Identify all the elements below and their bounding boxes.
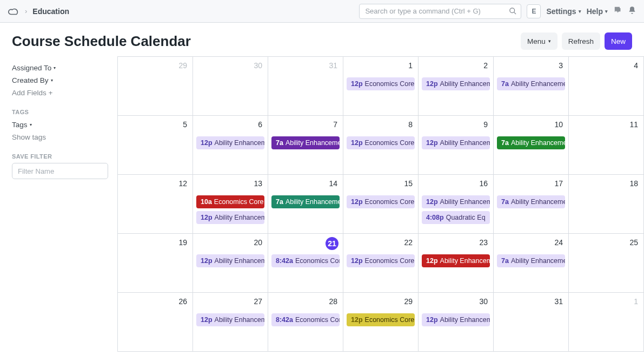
calendar-cell[interactable]: 1310aEconomics Core12pAbility Enhancemen… — [193, 175, 268, 234]
calendar-cell[interactable]: 18 — [569, 175, 644, 234]
calendar-event[interactable]: 10aEconomics Core — [196, 195, 264, 208]
search-icon[interactable] — [509, 7, 517, 17]
filter-name-input[interactable] — [12, 163, 108, 179]
calendar-cell[interactable]: 177aAbility Enhancement — [494, 175, 569, 234]
event-title: Ability Enhancement — [286, 195, 340, 208]
event-time: 12p — [426, 77, 438, 90]
calendar-event[interactable]: 7aAbility Enhancement — [497, 254, 565, 267]
calendar-event[interactable]: 12pAbility Enhancement — [422, 136, 490, 149]
event-list: 12pEconomics Core — [347, 195, 415, 208]
calendar-cell[interactable]: 26 — [118, 293, 193, 352]
event-list: 12pEconomics Core — [347, 77, 415, 90]
event-list: 12pEconomics Core — [347, 313, 415, 326]
calendar-event[interactable]: 12pAbility Enhancement — [422, 254, 490, 267]
calendar-event[interactable]: 12pEconomics Core — [347, 136, 415, 149]
calendar-event[interactable]: 12pEconomics Core — [347, 77, 415, 90]
calendar-cell[interactable]: 2012pAbility Enhancement — [193, 234, 268, 293]
calendar-cell[interactable]: 112pEconomics Core — [343, 57, 419, 116]
calendar-cell[interactable]: 2212pEconomics Core — [343, 234, 419, 293]
calendar-event[interactable]: 12pAbility Enhancement — [422, 313, 490, 326]
calendar-event[interactable]: 12pAbility Enhancement — [196, 211, 264, 224]
calendar-event[interactable]: 7aAbility Enhancement — [497, 136, 565, 149]
filter-assigned-to[interactable]: Assigned To▾ — [12, 62, 105, 74]
calendar-event[interactable]: 8:42aEconomics Core — [271, 254, 340, 267]
help-menu[interactable]: Help▾ — [587, 7, 608, 16]
calendar-event[interactable]: 7aAbility Enhancement — [271, 195, 340, 208]
calendar-cell[interactable]: 31 — [268, 57, 343, 116]
event-time: 12p — [426, 195, 438, 208]
calendar-cell[interactable]: 107aAbility Enhancement — [494, 116, 569, 175]
calendar-cell[interactable]: 1 — [569, 293, 644, 352]
filter-created-by[interactable]: Created By▾ — [12, 74, 105, 87]
calendar-cell[interactable]: 912pAbility Enhancement — [419, 116, 494, 175]
calendar-cell[interactable]: 12 — [118, 175, 193, 234]
filter-tags[interactable]: Tags▾ — [12, 119, 105, 131]
add-fields[interactable]: Add Fields+ — [12, 87, 105, 99]
calendar-cell[interactable]: 1612pAbility Enhancement4:08pQuadratic E… — [419, 175, 494, 234]
calendar-cell[interactable]: 37aAbility Enhancement — [494, 57, 569, 116]
filter-label: Created By — [12, 76, 49, 84]
calendar-event[interactable]: 4:08pQuadratic Eq — [422, 211, 490, 224]
calendar-cell[interactable]: 19 — [118, 234, 193, 293]
day-number: 23 — [479, 238, 488, 247]
bell-icon[interactable] — [628, 6, 636, 17]
event-title: Ability Enhancement — [215, 136, 264, 149]
event-title: Ability Enhancement — [440, 136, 490, 149]
calendar-cell[interactable]: 4 — [569, 57, 644, 116]
day-number: 22 — [404, 238, 413, 247]
calendar-cell[interactable]: 30 — [193, 57, 268, 116]
breadcrumb[interactable]: Education — [32, 7, 69, 16]
calendar-event[interactable]: 12pAbility Enhancement — [196, 313, 264, 326]
calendar-cell[interactable]: 2712pAbility Enhancement — [193, 293, 268, 352]
calendar-cell[interactable]: 288:42aEconomics Core — [268, 293, 343, 352]
calendar-cell[interactable]: 25 — [569, 234, 644, 293]
day-number: 28 — [329, 297, 337, 306]
logo-icon[interactable] — [8, 6, 19, 16]
calendar-event[interactable]: 8:42aEconomics Core — [271, 313, 340, 326]
search-input[interactable] — [359, 4, 521, 19]
menu-button[interactable]: Menu▾ — [521, 32, 557, 50]
user-avatar[interactable]: E — [527, 4, 541, 18]
event-title: Ability Enhancement — [215, 254, 264, 267]
refresh-button[interactable]: Refresh — [562, 32, 600, 50]
day-number: 8 — [408, 120, 413, 129]
new-button[interactable]: New — [605, 32, 632, 50]
calendar-event[interactable]: 12pEconomics Core — [347, 195, 415, 208]
show-tags[interactable]: Show tags — [12, 131, 105, 143]
calendar-event[interactable]: 12pEconomics Core — [347, 313, 415, 326]
calendar-event[interactable]: 12pAbility Enhancement — [196, 254, 264, 267]
calendar-event[interactable]: 12pAbility Enhancement — [422, 195, 490, 208]
event-list: 12pEconomics Core — [347, 136, 415, 149]
event-time: 7a — [276, 195, 283, 208]
calendar-cell[interactable]: 218:42aEconomics Core — [268, 234, 343, 293]
calendar-event[interactable]: 12pAbility Enhancement — [422, 77, 490, 90]
calendar-cell[interactable]: 77aAbility Enhancement — [268, 116, 343, 175]
chat-icon[interactable] — [613, 5, 622, 17]
calendar-event[interactable]: 12pAbility Enhancement — [196, 136, 264, 149]
calendar-cell[interactable]: 212pAbility Enhancement — [419, 57, 494, 116]
calendar-cell[interactable]: 11 — [569, 116, 644, 175]
calendar-cell[interactable]: 247aAbility Enhancement — [494, 234, 569, 293]
day-number: 31 — [554, 297, 563, 306]
day-number: 15 — [404, 179, 413, 188]
calendar-cell[interactable]: 1512pEconomics Core — [343, 175, 419, 234]
calendar-cell[interactable]: 31 — [494, 293, 569, 352]
global-search — [359, 4, 521, 19]
calendar-cell[interactable]: 2912pEconomics Core — [343, 293, 419, 352]
calendar-event[interactable]: 12pEconomics Core — [347, 254, 415, 267]
calendar-event[interactable]: 7aAbility Enhancement — [271, 136, 340, 149]
settings-menu[interactable]: Settings▾ — [546, 7, 581, 16]
calendar-cell[interactable]: 29 — [118, 57, 193, 116]
calendar-cell[interactable]: 3012pAbility Enhancement — [419, 293, 494, 352]
calendar-cell[interactable]: 5 — [118, 116, 193, 175]
calendar-cell[interactable]: 612pAbility Enhancement — [193, 116, 268, 175]
calendar-event[interactable]: 7aAbility Enhancement — [497, 77, 565, 90]
caret-down-icon: ▾ — [548, 38, 551, 44]
calendar-event[interactable]: 7aAbility Enhancement — [497, 195, 565, 208]
event-time: 12p — [201, 136, 213, 149]
day-number: 30 — [254, 61, 262, 70]
calendar-cell[interactable]: 812pEconomics Core — [343, 116, 419, 175]
calendar-cell[interactable]: 147aAbility Enhancement — [268, 175, 343, 234]
calendar-cell[interactable]: 2312pAbility Enhancement — [419, 234, 494, 293]
day-number: 30 — [479, 297, 488, 306]
